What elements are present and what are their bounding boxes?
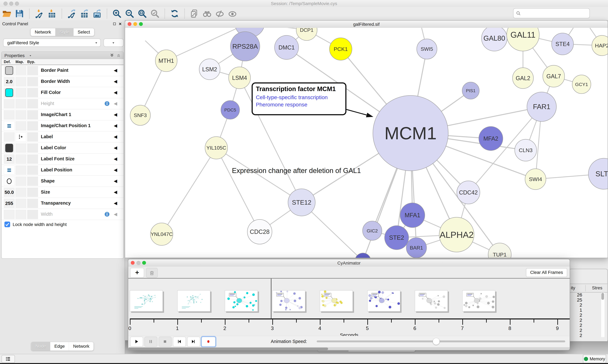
info-icon[interactable]	[104, 101, 110, 106]
property-row-image-chart-1[interactable]: Image/Chart 1◀	[1, 109, 124, 120]
network-node-unlabeled[interactable]	[355, 253, 371, 258]
color-swatch[interactable]	[5, 144, 13, 152]
table-column-header[interactable]: Stres	[592, 286, 602, 290]
table-cell[interactable]: 1	[569, 307, 582, 312]
bypass-cell[interactable]	[27, 88, 38, 97]
tab-style[interactable]: Style	[55, 28, 73, 36]
save-session-icon[interactable]	[15, 9, 24, 18]
bypass-cell[interactable]	[27, 210, 38, 219]
frames-horizontal-scrollbar[interactable]	[128, 347, 570, 351]
property-row-height[interactable]: Height◀	[1, 98, 124, 109]
discrete-mapping-icon[interactable]	[15, 132, 26, 142]
info-icon[interactable]	[104, 211, 110, 217]
expand-row-arrow-icon[interactable]: ◀	[114, 101, 117, 106]
frame-thumbnail-4[interactable]	[320, 290, 353, 312]
network-canvas[interactable]: RPS28BDCP1RPS28ADMC1PCK1SWI5GAL80GAL11ST…	[125, 28, 608, 258]
search-input[interactable]	[513, 8, 590, 18]
panel-tab-edge[interactable]: Edge	[50, 342, 69, 351]
default-cell[interactable]	[4, 66, 14, 75]
default-value[interactable]: 255	[5, 201, 13, 206]
memory-button[interactable]: Memory	[583, 355, 606, 363]
default-cell[interactable]	[4, 210, 14, 219]
record-button[interactable]	[201, 337, 216, 347]
duplicate-network-icon[interactable]	[190, 9, 199, 18]
default-value[interactable]: 12	[6, 156, 12, 162]
table-column-header[interactable]: ity	[571, 286, 575, 290]
expand-row-arrow-icon[interactable]: ◀	[114, 189, 117, 195]
bypass-cell[interactable]	[27, 188, 38, 197]
default-value[interactable]: 50.0	[5, 190, 14, 195]
tab-select[interactable]: Select	[74, 28, 94, 36]
property-row-width[interactable]: Width◀	[1, 209, 124, 220]
expand-row-arrow-icon[interactable]: ◀	[114, 212, 117, 217]
panel-tab-node[interactable]: Node	[31, 342, 50, 351]
mapping-cell[interactable]	[15, 177, 26, 186]
add-frame-button[interactable]: +	[130, 268, 144, 278]
delete-frame-button[interactable]	[146, 268, 158, 278]
mapping-cell[interactable]	[15, 188, 26, 197]
bypass-cell[interactable]	[27, 132, 38, 142]
color-swatch[interactable]	[5, 88, 13, 97]
frame-thumbnail-3[interactable]	[272, 290, 305, 312]
export-image-icon[interactable]	[93, 9, 102, 18]
frame-thumbnail-1[interactable]	[177, 290, 210, 312]
mapping-cell[interactable]	[15, 166, 26, 175]
mapping-cell[interactable]	[15, 210, 26, 219]
table-scrollbar[interactable]	[601, 293, 605, 337]
zoom-selected-icon[interactable]	[150, 9, 159, 18]
bypass-cell[interactable]	[27, 143, 38, 153]
zoom-out-icon[interactable]	[125, 9, 134, 18]
close-panel-icon[interactable]	[118, 22, 122, 26]
property-row-transparency[interactable]: 255Transparency◀	[1, 198, 124, 209]
slider-thumb[interactable]	[433, 338, 440, 345]
expand-row-arrow-icon[interactable]: ◀	[114, 112, 117, 117]
pause-button[interactable]	[144, 337, 157, 347]
import-network-icon[interactable]	[35, 9, 44, 18]
cyanimator-titlebar[interactable]: CyAnimator	[128, 259, 570, 267]
expand-row-arrow-icon[interactable]: ◀	[114, 68, 117, 73]
clear-all-frames-button[interactable]: Clear All Frames	[526, 268, 567, 277]
scrollbar-thumb[interactable]	[601, 293, 604, 300]
bypass-cell[interactable]	[27, 121, 38, 130]
property-row-label-position[interactable]: Label Position◀	[1, 165, 124, 176]
table-cell[interactable]: 2	[569, 328, 582, 333]
export-network-icon[interactable]	[67, 9, 76, 18]
property-row-border-paint[interactable]: Border Paint◀	[1, 65, 124, 76]
mapping-cell[interactable]	[15, 77, 26, 86]
next-frame-button[interactable]	[187, 337, 200, 347]
expand-row-arrow-icon[interactable]: ◀	[114, 178, 117, 183]
frame-thumbnail-6[interactable]	[415, 290, 448, 312]
bypass-cell[interactable]	[27, 166, 38, 175]
hide-graphics-icon[interactable]	[215, 9, 224, 18]
column-divider[interactable]	[585, 285, 586, 291]
table-cell[interactable]: 2	[569, 317, 582, 323]
bypass-cell[interactable]	[27, 177, 38, 186]
table-cell[interactable]: 2	[569, 323, 582, 328]
annotation-box[interactable]: Transcription factor MCM1 Cell-type-spec…	[252, 82, 346, 115]
table-header-row[interactable]: ity Stres	[569, 284, 607, 293]
table-cell[interactable]: 2	[569, 312, 582, 317]
expand-row-arrow-icon[interactable]: ◀	[114, 90, 117, 95]
default-cell[interactable]	[4, 110, 14, 119]
mapping-cell[interactable]	[15, 88, 26, 97]
ellipse-shape-icon[interactable]	[4, 177, 14, 186]
default-cell[interactable]	[4, 132, 14, 142]
style-options-button[interactable]	[104, 39, 124, 47]
property-row-label-color[interactable]: Label Color◀	[1, 143, 124, 154]
table-cell[interactable]: 25	[569, 297, 582, 302]
bypass-cell[interactable]	[27, 110, 38, 119]
network-window-titlebar[interactable]: galFiltered.sif	[125, 21, 608, 28]
import-table-icon[interactable]	[47, 9, 56, 18]
mapping-cell[interactable]	[15, 143, 26, 153]
mapping-cell[interactable]	[15, 121, 26, 130]
expand-row-arrow-icon[interactable]: ◀	[114, 123, 117, 128]
bypass-cell[interactable]	[27, 155, 38, 164]
default-cell[interactable]: 255	[4, 199, 14, 208]
mapping-cell[interactable]	[15, 66, 26, 75]
scrollbar-thumb[interactable]	[128, 348, 328, 350]
refresh-view-icon[interactable]	[170, 9, 179, 18]
expand-row-arrow-icon[interactable]: ◀	[114, 79, 117, 84]
bypass-cell[interactable]	[27, 199, 38, 208]
property-row-shape[interactable]: Shape◀	[1, 176, 124, 187]
table-cell[interactable]: 2	[569, 302, 582, 307]
